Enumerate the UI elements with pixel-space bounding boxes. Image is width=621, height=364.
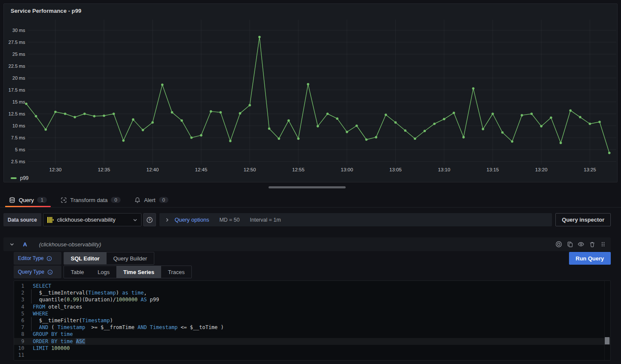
editor-scrollbar-thumb[interactable] — [605, 337, 609, 344]
max-data-points-value: MD = 50 — [220, 217, 240, 223]
chart-point — [598, 121, 601, 123]
chart-point — [287, 119, 290, 122]
query-type-label: Query Type — [18, 269, 44, 275]
chart-point — [35, 115, 38, 118]
chart-point — [462, 136, 465, 139]
tab-transform-data[interactable]: Transform data 0 — [56, 193, 125, 207]
tab-alert-label: Alert — [144, 197, 156, 203]
editor-type-label-chip: Editor Type — [14, 252, 61, 265]
chart-point — [113, 113, 115, 115]
collapse-query-row-button[interactable] — [8, 242, 16, 247]
chart-point — [161, 84, 164, 86]
disable-query-button[interactable] — [555, 241, 562, 248]
query-type-time-series[interactable]: Time Series — [116, 266, 161, 278]
editor-type-row: Editor Type SQL Editor Query Builder Run… — [14, 252, 611, 265]
code-line-6: 6 $__timeFilter(Timestamp) — [14, 317, 610, 324]
x-axis-tick-label: 12:30 — [49, 167, 62, 172]
y-axis-tick-label: 25 ms — [12, 52, 25, 57]
query-datasource-hint: (clickhouse-observability) — [39, 241, 101, 248]
query-type-traces[interactable]: Traces — [161, 266, 191, 278]
datasource-help-button[interactable]: ? — [143, 213, 156, 226]
bell-icon — [134, 197, 141, 203]
hide-response-button[interactable] — [578, 241, 584, 248]
chart-point — [307, 83, 309, 86]
delete-query-button[interactable] — [589, 241, 595, 248]
code-line-9: 9ORDER BY time ASC — [14, 338, 610, 345]
y-axis-tick-label: 15 ms — [12, 99, 25, 104]
code-line-5: 5WHERE — [14, 310, 610, 317]
chart-point — [453, 112, 455, 114]
editor-type-query-builder[interactable]: Query Builder — [107, 252, 154, 264]
horizontal-scrollbar[interactable] — [269, 186, 346, 188]
x-axis-tick-label: 13:10 — [438, 167, 451, 172]
chart-point — [540, 125, 543, 127]
query-type-segmented: Table Logs Time Series Traces — [64, 266, 192, 278]
chart-point — [579, 116, 581, 118]
info-circle-icon[interactable] — [46, 256, 52, 261]
line-number: 8 — [14, 331, 24, 338]
query-row-header: A (clickhouse-observability) — [3, 237, 611, 251]
run-query-button[interactable]: Run Query — [569, 252, 611, 265]
line-number: 2 — [14, 289, 24, 296]
clickhouse-logo-icon — [47, 217, 54, 223]
x-axis-tick-label: 13:05 — [390, 167, 402, 172]
chart-point — [84, 113, 86, 115]
sql-editor[interactable]: 1SELECT2 $__timeInterval(Timestamp) as t… — [14, 280, 611, 361]
tab-bar: Query 1 Transform data 0 Alert 0 — [0, 193, 621, 208]
line-number: 7 — [14, 324, 24, 331]
chart-point — [258, 36, 261, 38]
datasource-label: Data source — [3, 213, 41, 226]
chart-point — [530, 113, 533, 115]
chevron-down-icon — [133, 217, 138, 222]
line-number: 9 — [14, 338, 24, 345]
query-options-link[interactable]: Query options — [175, 217, 209, 223]
tab-alert[interactable]: Alert 0 — [130, 193, 173, 207]
chart-point — [326, 113, 329, 115]
editor-type-sql-editor[interactable]: SQL Editor — [64, 252, 107, 264]
query-options-bar[interactable]: Query options MD = 50 Interval = 1m — [159, 213, 552, 226]
y-axis-tick-label: 27.5 ms — [9, 40, 26, 45]
chart-point — [394, 121, 397, 124]
datasource-value: clickhouse-observability — [57, 217, 129, 223]
chart-point — [346, 131, 348, 133]
chart-point — [190, 136, 193, 139]
legend-item-p99[interactable]: p99 — [11, 175, 29, 181]
chart-point — [521, 114, 523, 117]
chart-point — [151, 121, 154, 124]
panel-title[interactable]: Service Performance - p99 — [4, 4, 617, 14]
code-line-4: 4FROM otel_traces — [14, 303, 610, 310]
editor-type-segmented: SQL Editor Query Builder — [64, 252, 154, 265]
query-ref-id[interactable]: A — [23, 241, 27, 248]
query-type-logs[interactable]: Logs — [91, 266, 116, 278]
chart-line-p99 — [26, 37, 609, 153]
y-axis-tick-label: 30 ms — [12, 28, 25, 33]
timeseries-chart[interactable]: 30 ms27.5 ms25 ms22.5 ms20 ms17.5 ms15 m… — [4, 17, 618, 173]
chart-point — [433, 123, 436, 125]
y-axis-tick-label: 20 ms — [12, 75, 25, 81]
chart-point — [384, 113, 387, 116]
chart-point — [229, 140, 232, 142]
code-line-10: 10LIMIT 100000 — [14, 345, 610, 352]
timeseries-panel: Service Performance - p99 30 ms27.5 ms25… — [3, 3, 618, 182]
y-axis-tick-label: 12.5 ms — [9, 111, 26, 116]
query-type-table[interactable]: Table — [64, 266, 91, 278]
drag-handle[interactable] — [600, 241, 607, 248]
y-axis-tick-label: 5 ms — [15, 147, 25, 152]
code-line-7: 7 AND ( Timestamp >= $__fromTime AND Tim… — [14, 324, 610, 331]
chart-point — [511, 140, 514, 143]
legend-swatch — [11, 177, 17, 179]
x-axis-tick-label: 12:55 — [292, 167, 305, 172]
interval-value: Interval = 1m — [250, 217, 281, 223]
query-type-row: Query Type Table Logs Time Series Traces — [14, 266, 611, 278]
legend-label: p99 — [20, 175, 29, 181]
datasource-picker[interactable]: clickhouse-observability — [43, 213, 142, 226]
tab-alert-count-badge: 0 — [159, 197, 168, 203]
code-line-8: 8GROUP BY time — [14, 331, 610, 338]
duplicate-query-button[interactable] — [566, 241, 573, 248]
indent-guide — [31, 289, 32, 303]
info-circle-icon[interactable] — [47, 269, 53, 275]
tab-query[interactable]: Query 1 — [4, 193, 52, 207]
query-inspector-button[interactable]: Query inspector — [555, 213, 611, 226]
chart-point — [181, 119, 183, 122]
y-axis-tick-label: 7.5 ms — [11, 135, 26, 140]
